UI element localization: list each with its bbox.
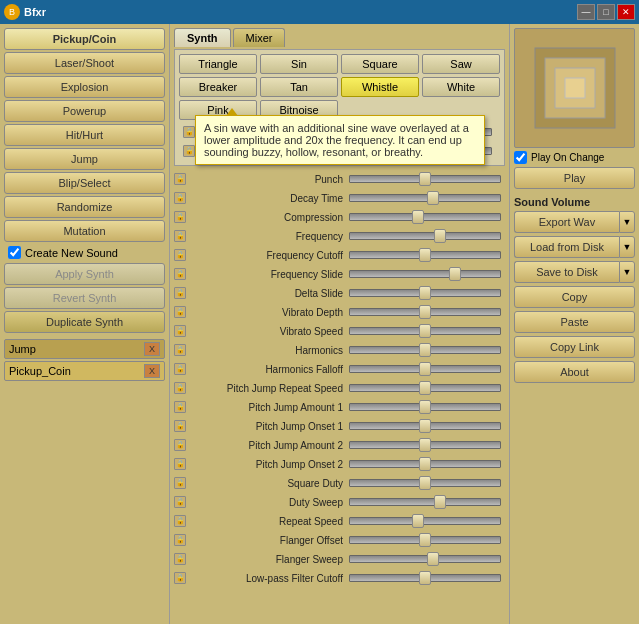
slider-lock-4[interactable]: 🔒 [174,249,186,261]
nav-blip-select[interactable]: Blip/Select [4,172,165,194]
create-new-sound-checkbox[interactable] [8,246,21,259]
slider-track-5[interactable] [349,270,501,278]
slider-lock-15[interactable]: 🔒 [174,458,186,470]
tab-synth[interactable]: Synth [174,28,231,47]
slider-track-16[interactable] [349,479,501,487]
slider-track-20[interactable] [349,555,501,563]
paste-button[interactable]: Paste [514,311,635,333]
slider-lock-0[interactable]: 🔒 [174,173,186,185]
slider-lock-6[interactable]: 🔒 [174,287,186,299]
slider-lock-17[interactable]: 🔒 [174,496,186,508]
export-wav-arrow[interactable]: ▼ [619,211,635,233]
sliders-section[interactable]: 🔒 Punch 🔒 Decay Time 🔒 Compression 🔒 Fre… [170,168,509,624]
save-to-disk-arrow[interactable]: ▼ [619,261,635,283]
nav-powerup[interactable]: Powerup [4,100,165,122]
nav-pickup-coin[interactable]: Pickup/Coin [4,28,165,50]
slider-track-6[interactable] [349,289,501,297]
revert-synth-button[interactable]: Revert Synth [4,287,165,309]
nav-laser-shoot[interactable]: Laser/Shoot [4,52,165,74]
duplicate-synth-button[interactable]: Duplicate Synth [4,311,165,333]
slider-track-18[interactable] [349,517,501,525]
slider-lock-12[interactable]: 🔒 [174,401,186,413]
slider-track-10[interactable] [349,365,501,373]
slider-track-7[interactable] [349,308,501,316]
play-on-change-checkbox[interactable] [514,151,527,164]
slider-track-3[interactable] [349,232,501,240]
slider-label-21: Low-pass Filter Cutoff [189,573,349,584]
wave-sin[interactable]: Sin [260,54,338,74]
slider-lock-2[interactable]: 🔒 [174,211,186,223]
slider-lock-9[interactable]: 🔒 [174,344,186,356]
slider-track-14[interactable] [349,441,501,449]
slider-lock-13[interactable]: 🔒 [174,420,186,432]
slider-row: 🔒 Low-pass Filter Cutoff [174,569,505,587]
slider-lock-11[interactable]: 🔒 [174,382,186,394]
sustain-lock[interactable]: 🔒 [183,145,195,157]
nav-hithurt[interactable]: Hit/Hurt [4,124,165,146]
slider-track-15[interactable] [349,460,501,468]
slider-lock-16[interactable]: 🔒 [174,477,186,489]
slider-lock-21[interactable]: 🔒 [174,572,186,584]
tab-mixer[interactable]: Mixer [233,28,286,47]
wave-saw[interactable]: Saw [422,54,500,74]
slider-track-12[interactable] [349,403,501,411]
slider-lock-8[interactable]: 🔒 [174,325,186,337]
slider-lock-14[interactable]: 🔒 [174,439,186,451]
apply-synth-button[interactable]: Apply Synth [4,263,165,285]
slider-row: 🔒 Pitch Jump Onset 1 [174,417,505,435]
slider-lock-19[interactable]: 🔒 [174,534,186,546]
wave-square[interactable]: Square [341,54,419,74]
copy-button[interactable]: Copy [514,286,635,308]
nav-jump[interactable]: Jump [4,148,165,170]
close-button[interactable]: ✕ [617,4,635,20]
nav-explosion[interactable]: Explosion [4,76,165,98]
remove-pickup-coin-button[interactable]: X [144,364,160,378]
slider-label-13: Pitch Jump Onset 1 [189,421,349,432]
wave-whistle[interactable]: Whistle [341,77,419,97]
slider-row: 🔒 Repeat Speed [174,512,505,530]
slider-lock-3[interactable]: 🔒 [174,230,186,242]
attack-lock[interactable]: 🔒 [183,126,195,138]
slider-label-5: Frequency Slide [189,269,349,280]
slider-track-4[interactable] [349,251,501,259]
nav-randomize[interactable]: Randomize [4,196,165,218]
slider-row: 🔒 Frequency Slide [174,265,505,283]
play-on-change-row: Play On Change [514,151,635,164]
slider-row: 🔒 Pitch Jump Onset 2 [174,455,505,473]
slider-row: 🔒 Square Duty [174,474,505,492]
wave-tan[interactable]: Tan [260,77,338,97]
slider-lock-10[interactable]: 🔒 [174,363,186,375]
minimize-button[interactable]: — [577,4,595,20]
maximize-button[interactable]: □ [597,4,615,20]
wave-breaker[interactable]: Breaker [179,77,257,97]
slider-lock-1[interactable]: 🔒 [174,192,186,204]
slider-track-13[interactable] [349,422,501,430]
export-wav-button[interactable]: Export Wav [514,211,619,233]
copy-link-button[interactable]: Copy Link [514,336,635,358]
slider-track-8[interactable] [349,327,501,335]
slider-lock-18[interactable]: 🔒 [174,515,186,527]
wave-triangle[interactable]: Triangle [179,54,257,74]
slider-track-11[interactable] [349,384,501,392]
app-title: Bfxr [24,6,46,18]
slider-track-0[interactable] [349,175,501,183]
slider-track-2[interactable] [349,213,501,221]
play-button[interactable]: Play [514,167,635,189]
slider-track-21[interactable] [349,574,501,582]
load-from-disk-button[interactable]: Load from Disk [514,236,619,258]
wave-white[interactable]: White [422,77,500,97]
load-from-disk-arrow[interactable]: ▼ [619,236,635,258]
slider-lock-5[interactable]: 🔒 [174,268,186,280]
nav-mutation[interactable]: Mutation [4,220,165,242]
slider-track-17[interactable] [349,498,501,506]
slider-label-7: Vibrato Depth [189,307,349,318]
slider-track-1[interactable] [349,194,501,202]
slider-lock-7[interactable]: 🔒 [174,306,186,318]
slider-track-9[interactable] [349,346,501,354]
remove-jump-button[interactable]: X [144,342,160,356]
slider-track-19[interactable] [349,536,501,544]
about-button[interactable]: About [514,361,635,383]
save-to-disk-button[interactable]: Save to Disk [514,261,619,283]
slider-lock-20[interactable]: 🔒 [174,553,186,565]
slider-label-15: Pitch Jump Onset 2 [189,459,349,470]
